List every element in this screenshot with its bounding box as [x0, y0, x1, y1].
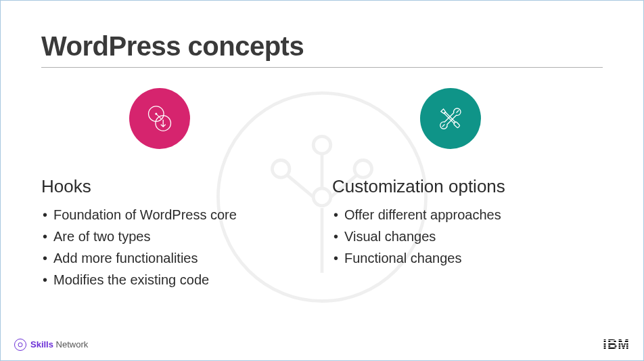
list-item: Foundation of WordPress core: [41, 204, 312, 226]
customization-bullets: Offer different approaches Visual change…: [332, 204, 603, 269]
svg-rect-14: [453, 121, 460, 128]
skills-network-brand: Skills Network: [14, 339, 88, 351]
skills-word: Skills: [30, 339, 53, 349]
list-item: Modifies the existing code: [41, 269, 312, 291]
svg-point-15: [18, 343, 22, 347]
list-item: Functional changes: [332, 247, 603, 269]
list-item: Visual changes: [332, 226, 603, 247]
hooks-bullets: Foundation of WordPress core Are of two …: [41, 204, 312, 291]
column-hooks: Hooks Foundation of WordPress core Are o…: [41, 88, 325, 291]
title-underline: [41, 67, 603, 68]
columns: Hooks Foundation of WordPress core Are o…: [41, 88, 603, 291]
hooks-circles-icon: [129, 88, 190, 149]
customization-heading: Customization options: [332, 176, 603, 197]
hooks-heading: Hooks: [41, 176, 312, 197]
slide: WordPress concepts: [1, 1, 643, 360]
tools-wrench-screwdriver-icon: [420, 88, 481, 149]
network-word: Network: [56, 339, 89, 349]
list-item: Offer different approaches: [332, 204, 603, 226]
column-customization: Customization options Offer different ap…: [325, 88, 603, 291]
list-item: Add more functionalities: [41, 247, 312, 269]
list-item: Are of two types: [41, 226, 312, 247]
skills-badge-icon: [14, 339, 26, 351]
footer: Skills Network IBM: [14, 337, 630, 352]
slide-title: WordPress concepts: [41, 31, 603, 62]
ibm-logo: IBM: [603, 337, 630, 352]
